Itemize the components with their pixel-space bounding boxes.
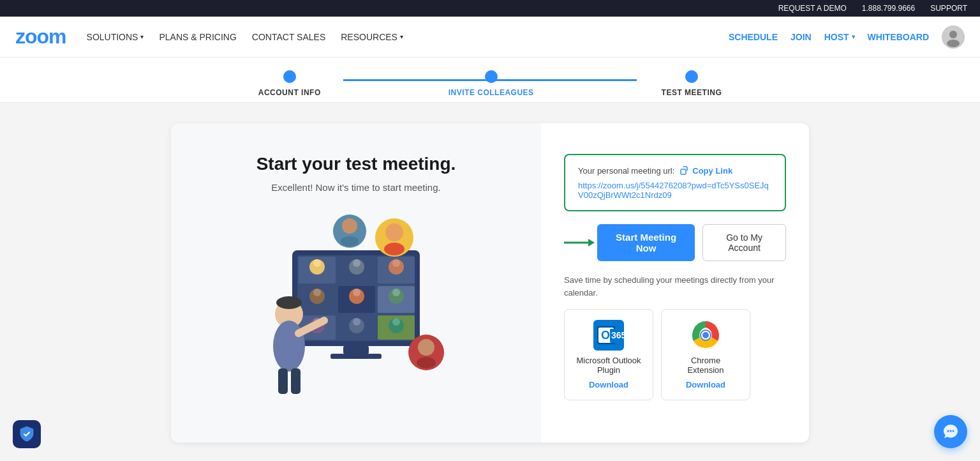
- nav-links: SOLUTIONS ▾ PLANS & PRICING CONTACT SALE…: [87, 32, 729, 42]
- step-dot-invite: [485, 70, 498, 83]
- nav-right: SCHEDULE JOIN HOST ▾ WHITEBOARD: [729, 26, 965, 49]
- svg-point-17: [353, 259, 360, 267]
- host-chevron-icon: ▾: [852, 33, 855, 40]
- nav-join[interactable]: JOIN: [791, 32, 812, 42]
- outlook-download-link[interactable]: Download: [589, 380, 628, 389]
- request-demo-link[interactable]: REQUEST A DEMO: [778, 4, 847, 13]
- chrome-plugin-name: Chrome Extension: [672, 356, 739, 375]
- card-subtext: Excellent! Now it's time to start meetin…: [271, 182, 440, 193]
- calendar-section: Save time by scheduling your meetings di…: [564, 274, 786, 400]
- svg-point-36: [273, 321, 305, 372]
- svg-point-25: [392, 289, 400, 296]
- copy-link-button[interactable]: Copy Link: [679, 165, 732, 176]
- navbar: zoom SOLUTIONS ▾ PLANS & PRICING CONTACT…: [0, 17, 980, 57]
- svg-point-64: [950, 430, 952, 432]
- svg-point-29: [353, 318, 360, 326]
- nav-host[interactable]: HOST ▾: [824, 32, 855, 42]
- svg-point-47: [418, 339, 434, 356]
- phone-number[interactable]: 1.888.799.9666: [862, 4, 915, 13]
- svg-point-15: [313, 259, 321, 267]
- url-label-text: Your personal meeting url:: [578, 166, 674, 176]
- arrow-indicator: [564, 236, 595, 249]
- svg-point-48: [417, 357, 436, 368]
- svg-point-62: [702, 332, 709, 338]
- nav-contact-sales[interactable]: CONTACT SALES: [252, 32, 325, 42]
- copy-link-label: Copy Link: [692, 166, 732, 176]
- meeting-illustration: [254, 206, 458, 397]
- chat-button[interactable]: [934, 415, 967, 448]
- main-content: Start your test meeting. Excellent! Now …: [0, 103, 980, 461]
- shield-badge[interactable]: [13, 420, 41, 448]
- card-right-panel: Your personal meeting url: Copy Link htt…: [541, 123, 809, 442]
- svg-marker-51: [588, 239, 595, 246]
- svg-text:365: 365: [611, 330, 624, 340]
- step-invite-colleagues: INVITE COLLEAGUES: [449, 70, 534, 97]
- svg-point-1: [949, 31, 957, 38]
- step-account-info: ACCOUNT INFO: [258, 70, 321, 97]
- nav-whiteboard[interactable]: WHITEBOARD: [868, 32, 929, 42]
- calendar-plugins: O 365 Microsoft Outlook Plugin Download: [564, 309, 786, 400]
- meeting-url-link[interactable]: https://zoom.us/j/5544276208?pwd=dTc5YSs…: [578, 181, 772, 200]
- svg-point-45: [341, 236, 359, 246]
- svg-rect-33: [330, 354, 382, 359]
- step-dot-account: [283, 70, 296, 83]
- svg-point-44: [342, 218, 357, 234]
- nav-solutions[interactable]: SOLUTIONS ▾: [87, 32, 144, 42]
- step-label-test: TEST MEETING: [662, 88, 722, 97]
- meeting-url-box: Your personal meeting url: Copy Link htt…: [564, 154, 786, 211]
- card-heading: Start your test meeting.: [256, 154, 456, 174]
- svg-point-2: [947, 40, 960, 47]
- solutions-chevron-icon: ▾: [140, 33, 144, 40]
- chrome-icon: [690, 320, 721, 351]
- action-row: Start Meeting Now Go to My Account: [564, 224, 786, 261]
- svg-point-19: [392, 259, 400, 267]
- svg-point-65: [953, 430, 954, 432]
- step-dot-test: [685, 70, 698, 83]
- outlook-plugin-name: Microsoft Outlook Plugin: [575, 356, 642, 375]
- svg-rect-38: [278, 368, 288, 394]
- svg-rect-49: [681, 169, 686, 174]
- my-account-button[interactable]: Go to My Account: [702, 224, 786, 261]
- top-bar: REQUEST A DEMO 1.888.799.9666 SUPPORT: [0, 0, 980, 17]
- svg-point-23: [353, 289, 360, 296]
- user-avatar[interactable]: [942, 26, 965, 49]
- outlook-icon: O 365: [593, 320, 624, 351]
- step-label-invite: INVITE COLLEAGUES: [449, 88, 534, 97]
- nav-schedule[interactable]: SCHEDULE: [729, 32, 778, 42]
- svg-point-63: [947, 430, 949, 432]
- svg-point-21: [313, 289, 321, 296]
- card-left-panel: Start your test meeting. Excellent! Now …: [171, 123, 541, 442]
- progress-steps: ACCOUNT INFO INVITE COLLEAGUES TEST MEET…: [258, 70, 722, 97]
- svg-point-31: [392, 318, 400, 326]
- svg-text:O: O: [601, 329, 610, 342]
- zoom-logo[interactable]: zoom: [15, 25, 66, 49]
- nav-resources[interactable]: RESOURCES ▾: [341, 32, 403, 42]
- resources-chevron-icon: ▾: [400, 33, 403, 40]
- chrome-plugin-card[interactable]: Chrome Extension Download: [661, 309, 750, 400]
- chrome-download-link[interactable]: Download: [686, 380, 725, 389]
- svg-point-42: [384, 243, 405, 255]
- svg-point-35: [276, 296, 302, 309]
- svg-point-41: [385, 223, 403, 241]
- step-test-meeting: TEST MEETING: [662, 70, 722, 97]
- svg-rect-39: [291, 368, 301, 394]
- nav-plans-pricing[interactable]: PLANS & PRICING: [159, 32, 236, 42]
- svg-rect-32: [343, 346, 369, 354]
- outlook-plugin-card[interactable]: O 365 Microsoft Outlook Plugin Download: [564, 309, 653, 400]
- progress-bar: ACCOUNT INFO INVITE COLLEAGUES TEST MEET…: [0, 70, 980, 102]
- main-card: Start your test meeting. Excellent! Now …: [171, 123, 809, 442]
- progress-section: ACCOUNT INFO INVITE COLLEAGUES TEST MEET…: [0, 57, 980, 103]
- calendar-text: Save time by scheduling your meetings di…: [564, 274, 786, 299]
- start-meeting-button[interactable]: Start Meeting Now: [597, 224, 695, 261]
- step-label-account: ACCOUNT INFO: [258, 88, 321, 97]
- support-link[interactable]: SUPPORT: [930, 4, 967, 13]
- url-label-row: Your personal meeting url: Copy Link: [578, 165, 772, 176]
